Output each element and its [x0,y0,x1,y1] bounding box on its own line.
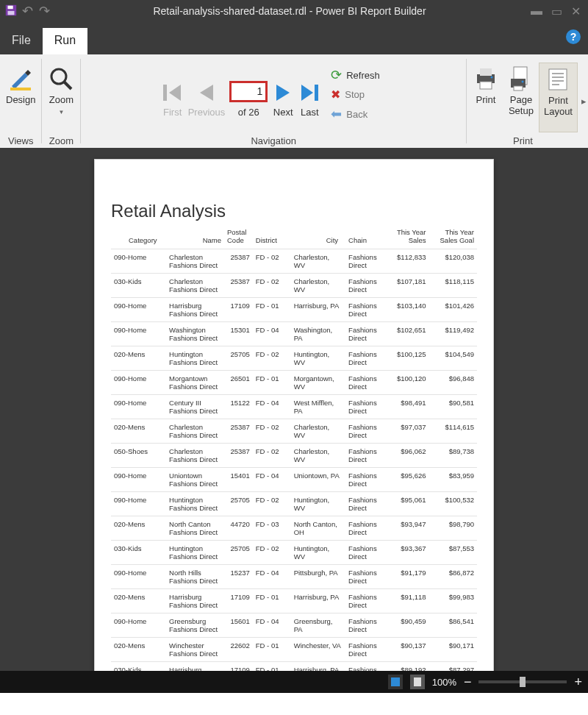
svg-marker-10 [200,85,213,101]
tab-file[interactable]: File [0,28,43,54]
table-row: 090-Home15601Greensburg Fashions DirectF… [111,613,477,638]
report-workspace: Retail Analysis Category Name Postal Cod… [0,149,588,693]
col-category: Category [111,226,166,249]
col-chain: Chain [345,226,384,249]
svg-rect-27 [391,677,400,686]
table-row: 020-Mens17109Harrisburg Fashions DirectF… [111,589,477,613]
table-row: 030-Kids25705Huntington Fashions DirectF… [111,541,477,565]
svg-marker-11 [276,85,290,101]
table-row: 050-Shoes25387Charleston Fashions Direct… [111,444,477,468]
svg-rect-5 [10,88,31,90]
minimize-icon[interactable]: ▬ [531,4,542,18]
table-row: 090-Home15301Washington Fashions DirectF… [111,322,477,346]
undo-icon[interactable]: ↶ [21,3,35,19]
menu-bar: File Run ? [0,22,588,54]
zoom-icon [48,65,74,92]
col-district: District [253,226,291,249]
refresh-icon: ⟳ [331,67,342,83]
first-icon [162,80,184,105]
stop-button[interactable]: ✖ Stop [331,88,365,102]
col-name: Name [166,226,224,249]
design-icon [7,65,34,92]
svg-rect-16 [480,82,492,89]
table-row: 020-Mens44720North Canton Fashions Direc… [111,516,477,541]
svg-marker-9 [169,85,181,101]
svg-marker-3 [12,73,28,89]
col-city: City [291,226,345,249]
col-sales: This Year Sales [384,226,429,249]
table-row: 020-Mens25387Charleston Fashions DirectF… [111,419,477,444]
svg-rect-28 [414,677,421,686]
print-button[interactable]: Print [468,63,503,132]
design-label: Design [6,95,35,106]
last-button[interactable]: Last [298,80,320,118]
table-row: 090-Home25387Charleston Fashions DirectF… [111,249,477,274]
status-zoom-percent: 100% [432,677,456,688]
print-group-label: Print [513,132,533,148]
report-title: Retail Analysis [111,201,477,221]
svg-rect-15 [480,68,492,76]
stop-icon: ✖ [331,88,340,102]
page-setup-icon [508,65,534,92]
last-icon [298,80,320,105]
svg-rect-22 [549,69,567,90]
refresh-button[interactable]: ⟳ Refresh [331,67,380,83]
table-row: 090-Home25705Huntington Fashions DirectF… [111,492,477,516]
tab-run[interactable]: Run [43,28,87,54]
navigation-group-label: Navigation [251,132,295,148]
design-button[interactable]: Design [1,63,40,132]
page-setup-button[interactable]: Page Setup [503,63,539,132]
normal-view-icon[interactable] [388,675,403,689]
col-goal: This Year Sales Goal [429,226,477,249]
back-icon: ⬅ [331,106,342,122]
zoom-label: Zoom▼ [49,95,74,117]
zoom-slider[interactable] [478,680,567,683]
previous-icon [196,80,218,105]
close-icon[interactable]: ✕ [571,4,581,18]
views-group-label: Views [8,132,33,148]
status-bar: 100% − + [0,671,588,693]
table-row: 090-Home15122Century III Fashions Direct… [111,395,477,419]
redo-icon[interactable]: ↷ [37,3,51,19]
first-button[interactable]: First [162,80,184,118]
print-icon [473,65,499,92]
table-row: 090-Home15237North Hills Fashions Direct… [111,565,477,589]
maximize-icon[interactable]: ▭ [551,4,562,18]
svg-rect-21 [514,86,523,90]
svg-point-17 [490,77,492,79]
ribbon: Design Views Zoom▼ Zoom First Previous 1 [0,54,588,149]
window-title: Retail-analysis-shared-dataset.rdl - Pow… [56,5,523,17]
print-layout-icon [545,66,571,93]
table-row: 020-Mens25705Huntington Fashions DirectF… [111,346,477,371]
table-row: 090-Home17109Harrisburg Fashions DirectF… [111,298,477,322]
title-bar: ↶ ↷ Retail-analysis-shared-dataset.rdl -… [0,0,588,22]
svg-marker-12 [301,85,313,101]
svg-rect-1 [8,5,13,9]
table-row: 090-Home15401Uniontown Fashions DirectFD… [111,468,477,492]
svg-rect-2 [8,10,15,14]
next-button[interactable]: Next [272,80,294,118]
zoom-in-button[interactable]: + [574,675,582,690]
next-icon [272,80,294,105]
help-icon[interactable]: ? [566,29,581,44]
print-layout-view-icon[interactable] [410,675,425,689]
page-of-label: of 26 [238,107,259,118]
report-page: Retail Analysis Category Name Postal Cod… [94,159,494,685]
svg-point-20 [521,81,523,83]
print-layout-button[interactable]: Print Layout [539,63,578,132]
svg-rect-8 [163,85,167,101]
zoom-group-label: Zoom [49,132,74,148]
table-row: 090-Home26501Morgantown Fashions DirectF… [111,371,477,395]
zoom-out-button[interactable]: − [464,675,472,690]
previous-button[interactable]: Previous [188,80,226,118]
col-postal: Postal Code [224,226,253,249]
back-button[interactable]: ⬅ Back [331,106,368,122]
table-row: 030-Kids25387Charleston Fashions DirectF… [111,274,477,298]
save-icon[interactable] [4,4,18,19]
svg-rect-13 [315,85,318,101]
zoom-button[interactable]: Zoom▼ [43,63,79,132]
page-input-container: 1 of 26 [229,81,268,118]
ribbon-expander-icon[interactable]: ▸ [579,54,588,148]
page-current-input[interactable]: 1 [229,81,268,102]
report-table: Category Name Postal Code District City … [111,226,477,685]
